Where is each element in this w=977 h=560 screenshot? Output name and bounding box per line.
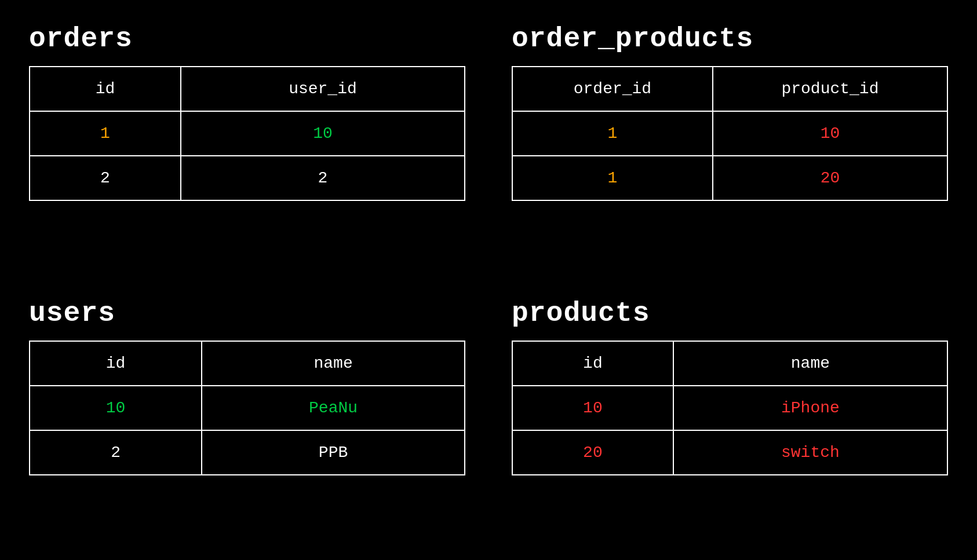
products-col-name: name xyxy=(673,341,947,386)
products-section: products id name 10 iPhone 20 switch xyxy=(512,298,948,537)
products-col-id: id xyxy=(512,341,673,386)
users-title: users xyxy=(29,298,465,329)
users-row1-id: 10 xyxy=(30,386,202,430)
order-products-table: order_id product_id 1 10 1 20 xyxy=(512,66,948,201)
orders-row-2: 2 2 xyxy=(30,156,465,200)
orders-row1-id: 1 xyxy=(30,111,181,156)
main-layout: orders id user_id 1 10 2 2 order_p xyxy=(29,23,948,537)
products-row-1: 10 iPhone xyxy=(512,386,947,430)
order-products-col-product-id: product_id xyxy=(713,67,947,111)
order-products-header-row: order_id product_id xyxy=(512,67,947,111)
order-products-col-order-id: order_id xyxy=(512,67,713,111)
users-row2-id: 2 xyxy=(30,430,202,475)
products-row1-name: iPhone xyxy=(673,386,947,430)
op-row1-order-id: 1 xyxy=(512,111,713,156)
order-products-row-2: 1 20 xyxy=(512,156,947,200)
users-section: users id name 10 PeaNu 2 PPB xyxy=(29,298,465,537)
products-header-row: id name xyxy=(512,341,947,386)
orders-row1-user-id: 10 xyxy=(181,111,465,156)
users-col-name: name xyxy=(202,341,465,386)
order-products-title: order_products xyxy=(512,23,948,54)
products-title: products xyxy=(512,298,948,329)
orders-row2-id: 2 xyxy=(30,156,181,200)
order-products-row-1: 1 10 xyxy=(512,111,947,156)
users-row2-name: PPB xyxy=(202,430,465,475)
orders-col-id: id xyxy=(30,67,181,111)
orders-col-user-id: user_id xyxy=(181,67,465,111)
order-products-section: order_products order_id product_id 1 10 … xyxy=(512,23,948,263)
products-row2-name: switch xyxy=(673,430,947,475)
orders-row2-user-id: 2 xyxy=(181,156,465,200)
products-row-2: 20 switch xyxy=(512,430,947,475)
orders-section: orders id user_id 1 10 2 2 xyxy=(29,23,465,263)
orders-table: id user_id 1 10 2 2 xyxy=(29,66,465,201)
users-header-row: id name xyxy=(30,341,465,386)
users-col-id: id xyxy=(30,341,202,386)
products-table: id name 10 iPhone 20 switch xyxy=(512,341,948,475)
op-row2-product-id: 20 xyxy=(713,156,947,200)
orders-row-1: 1 10 xyxy=(30,111,465,156)
products-row2-id: 20 xyxy=(512,430,673,475)
orders-title: orders xyxy=(29,23,465,54)
users-row-1: 10 PeaNu xyxy=(30,386,465,430)
op-row1-product-id: 10 xyxy=(713,111,947,156)
orders-header-row: id user_id xyxy=(30,67,465,111)
users-table: id name 10 PeaNu 2 PPB xyxy=(29,341,465,475)
users-row1-name: PeaNu xyxy=(202,386,465,430)
op-row2-order-id: 1 xyxy=(512,156,713,200)
users-row-2: 2 PPB xyxy=(30,430,465,475)
products-row1-id: 10 xyxy=(512,386,673,430)
